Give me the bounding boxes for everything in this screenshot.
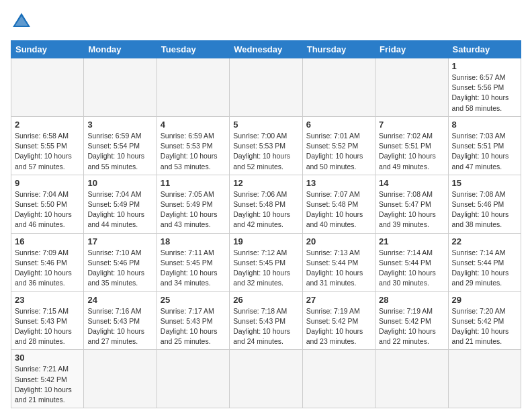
- day-info: Sunrise: 7:03 AMSunset: 5:51 PMDaylight:…: [452, 131, 517, 172]
- day-number: 4: [161, 120, 226, 130]
- day-info: Sunrise: 7:14 AMSunset: 5:44 PMDaylight:…: [452, 248, 517, 289]
- calendar-cell: [84, 58, 157, 117]
- calendar-cell: 10Sunrise: 7:04 AMSunset: 5:49 PMDayligh…: [84, 175, 157, 233]
- calendar-cell: [157, 350, 229, 408]
- calendar-cell: 3Sunrise: 6:59 AMSunset: 5:54 PMDaylight…: [84, 116, 157, 175]
- day-info: Sunrise: 7:08 AMSunset: 5:46 PMDaylight:…: [452, 189, 517, 230]
- day-number: 27: [306, 295, 371, 305]
- day-number: 2: [15, 120, 80, 130]
- calendar-cell: [84, 350, 157, 408]
- calendar-cell: 23Sunrise: 7:15 AMSunset: 5:43 PMDayligh…: [11, 291, 84, 350]
- weekday-header-sunday: Sunday: [11, 41, 84, 58]
- calendar-cell: 4Sunrise: 6:59 AMSunset: 5:53 PMDaylight…: [157, 116, 229, 175]
- day-number: 8: [452, 120, 517, 130]
- calendar-cell: 24Sunrise: 7:16 AMSunset: 5:43 PMDayligh…: [84, 291, 157, 350]
- calendar-cell: 18Sunrise: 7:11 AMSunset: 5:45 PMDayligh…: [157, 233, 229, 291]
- calendar-cell: 25Sunrise: 7:17 AMSunset: 5:43 PMDayligh…: [157, 291, 229, 350]
- calendar-cell: 26Sunrise: 7:18 AMSunset: 5:43 PMDayligh…: [230, 291, 302, 350]
- day-info: Sunrise: 7:16 AMSunset: 5:43 PMDaylight:…: [87, 306, 152, 347]
- day-number: 15: [452, 178, 517, 188]
- day-number: 12: [233, 178, 298, 188]
- calendar-cell: 27Sunrise: 7:19 AMSunset: 5:42 PMDayligh…: [302, 291, 375, 350]
- day-info: Sunrise: 7:21 AMSunset: 5:42 PMDaylight:…: [15, 364, 80, 405]
- day-number: 29: [452, 295, 517, 305]
- weekday-header-wednesday: Wednesday: [230, 41, 302, 58]
- calendar-cell: 13Sunrise: 7:07 AMSunset: 5:48 PMDayligh…: [302, 175, 375, 233]
- day-number: 22: [452, 236, 517, 246]
- day-info: Sunrise: 7:13 AMSunset: 5:44 PMDaylight:…: [306, 248, 371, 289]
- day-number: 6: [306, 120, 371, 130]
- day-number: 26: [233, 295, 298, 305]
- calendar-cell: [302, 350, 375, 408]
- day-info: Sunrise: 7:15 AMSunset: 5:43 PMDaylight:…: [15, 306, 80, 347]
- calendar-cell: 7Sunrise: 7:02 AMSunset: 5:51 PMDaylight…: [375, 116, 448, 175]
- calendar-cell: 9Sunrise: 7:04 AMSunset: 5:50 PMDaylight…: [11, 175, 84, 233]
- day-info: Sunrise: 7:18 AMSunset: 5:43 PMDaylight:…: [233, 306, 298, 347]
- week-row-5: 23Sunrise: 7:15 AMSunset: 5:43 PMDayligh…: [11, 291, 521, 350]
- day-info: Sunrise: 7:10 AMSunset: 5:46 PMDaylight:…: [87, 248, 152, 289]
- day-number: 14: [379, 178, 444, 188]
- day-number: 17: [87, 236, 152, 246]
- calendar-cell: 1Sunrise: 6:57 AMSunset: 5:56 PMDaylight…: [448, 58, 521, 117]
- day-number: 28: [379, 295, 444, 305]
- day-number: 24: [87, 295, 152, 305]
- day-info: Sunrise: 7:19 AMSunset: 5:42 PMDaylight:…: [306, 306, 371, 347]
- week-row-6: 30Sunrise: 7:21 AMSunset: 5:42 PMDayligh…: [11, 350, 521, 408]
- day-number: 11: [161, 178, 226, 188]
- day-info: Sunrise: 7:08 AMSunset: 5:47 PMDaylight:…: [379, 189, 444, 230]
- calendar-cell: 11Sunrise: 7:05 AMSunset: 5:49 PMDayligh…: [157, 175, 229, 233]
- calendar-cell: 5Sunrise: 7:00 AMSunset: 5:53 PMDaylight…: [230, 116, 302, 175]
- day-info: Sunrise: 7:01 AMSunset: 5:52 PMDaylight:…: [306, 131, 371, 172]
- day-number: 10: [87, 178, 152, 188]
- day-number: 5: [233, 120, 298, 130]
- day-number: 23: [15, 295, 80, 305]
- calendar-cell: 17Sunrise: 7:10 AMSunset: 5:46 PMDayligh…: [84, 233, 157, 291]
- calendar-cell: [11, 58, 84, 117]
- calendar-cell: 16Sunrise: 7:09 AMSunset: 5:46 PMDayligh…: [11, 233, 84, 291]
- day-info: Sunrise: 7:19 AMSunset: 5:42 PMDaylight:…: [379, 306, 444, 347]
- calendar-cell: 8Sunrise: 7:03 AMSunset: 5:51 PMDaylight…: [448, 116, 521, 175]
- day-info: Sunrise: 7:11 AMSunset: 5:45 PMDaylight:…: [161, 248, 226, 289]
- calendar-cell: [375, 58, 448, 117]
- day-info: Sunrise: 7:02 AMSunset: 5:51 PMDaylight:…: [379, 131, 444, 172]
- day-info: Sunrise: 6:58 AMSunset: 5:55 PMDaylight:…: [15, 131, 80, 172]
- day-info: Sunrise: 7:05 AMSunset: 5:49 PMDaylight:…: [161, 189, 226, 230]
- day-info: Sunrise: 6:59 AMSunset: 5:53 PMDaylight:…: [161, 131, 226, 172]
- day-info: Sunrise: 7:00 AMSunset: 5:53 PMDaylight:…: [233, 131, 298, 172]
- day-number: 19: [233, 236, 298, 246]
- weekday-header-saturday: Saturday: [448, 41, 521, 58]
- calendar-cell: [230, 350, 302, 408]
- calendar-cell: 30Sunrise: 7:21 AMSunset: 5:42 PMDayligh…: [11, 350, 84, 408]
- weekday-header-row: SundayMondayTuesdayWednesdayThursdayFrid…: [11, 41, 521, 58]
- day-info: Sunrise: 7:04 AMSunset: 5:50 PMDaylight:…: [15, 189, 80, 230]
- calendar-cell: 29Sunrise: 7:20 AMSunset: 5:42 PMDayligh…: [448, 291, 521, 350]
- weekday-header-friday: Friday: [375, 41, 448, 58]
- day-number: 20: [306, 236, 371, 246]
- day-info: Sunrise: 7:06 AMSunset: 5:48 PMDaylight:…: [233, 189, 298, 230]
- logo-icon: [11, 11, 32, 32]
- day-number: 21: [379, 236, 444, 246]
- calendar-cell: [302, 58, 375, 117]
- calendar: SundayMondayTuesdayWednesdayThursdayFrid…: [11, 40, 521, 408]
- day-number: 30: [15, 353, 80, 363]
- day-info: Sunrise: 6:59 AMSunset: 5:54 PMDaylight:…: [87, 131, 152, 172]
- day-info: Sunrise: 7:20 AMSunset: 5:42 PMDaylight:…: [452, 306, 517, 347]
- day-number: 16: [15, 236, 80, 246]
- week-row-3: 9Sunrise: 7:04 AMSunset: 5:50 PMDaylight…: [11, 175, 521, 233]
- calendar-cell: 28Sunrise: 7:19 AMSunset: 5:42 PMDayligh…: [375, 291, 448, 350]
- logo: [11, 11, 35, 32]
- day-info: Sunrise: 7:07 AMSunset: 5:48 PMDaylight:…: [306, 189, 371, 230]
- day-number: 3: [87, 120, 152, 130]
- day-info: Sunrise: 7:12 AMSunset: 5:45 PMDaylight:…: [233, 248, 298, 289]
- calendar-cell: [448, 350, 521, 408]
- calendar-cell: 21Sunrise: 7:14 AMSunset: 5:44 PMDayligh…: [375, 233, 448, 291]
- day-number: 13: [306, 178, 371, 188]
- calendar-cell: [157, 58, 229, 117]
- calendar-cell: 19Sunrise: 7:12 AMSunset: 5:45 PMDayligh…: [230, 233, 302, 291]
- day-number: 25: [161, 295, 226, 305]
- day-info: Sunrise: 7:09 AMSunset: 5:46 PMDaylight:…: [15, 248, 80, 289]
- calendar-cell: 20Sunrise: 7:13 AMSunset: 5:44 PMDayligh…: [302, 233, 375, 291]
- day-number: 1: [452, 61, 517, 71]
- day-number: 7: [379, 120, 444, 130]
- calendar-cell: [375, 350, 448, 408]
